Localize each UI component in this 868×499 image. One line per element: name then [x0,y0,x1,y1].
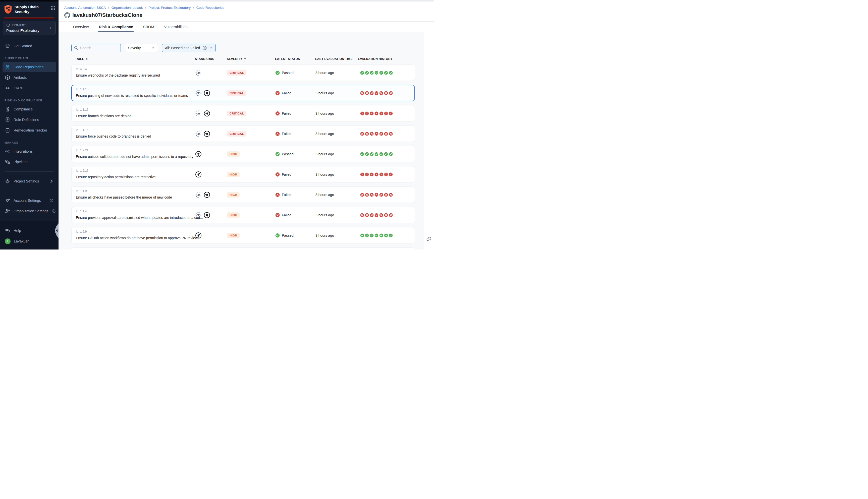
column-header-rule[interactable]: RULE [71,57,195,61]
sidebar-item-organization-settings[interactable]: Organization Settings [2,206,56,216]
history-fail-icon [370,132,374,136]
severity-badge: HIGH [227,212,240,218]
standards-cell [195,151,227,157]
standards-cell: CIS [195,192,227,198]
cis-badge-icon: CIS [195,192,202,198]
status-label: Failed [282,213,291,217]
rule-id: Id: 1.1.9 [76,189,193,193]
pipeline-icon [5,159,10,165]
sidebar-bottom-panel: ? Help L Lavakush [0,221,59,250]
project-selector[interactable]: PROJECT Product Exploratory [3,21,56,35]
table-row[interactable]: Id: 1.2.21Ensure outside collaborators d… [71,146,415,162]
history-fail-icon [379,213,383,217]
table-row[interactable]: Id: 1.2.17Ensure repository action permi… [71,166,415,182]
tab-overview[interactable]: Overview [73,22,89,32]
standards-cell: CIS [195,131,227,137]
sidebar-item-pipelines[interactable]: Pipelines [2,157,56,167]
breadcrumb-link[interactable]: Account: Automation-SSCA [64,6,106,10]
tab-risk-compliance[interactable]: Risk & Compliance [99,22,133,32]
column-label: STANDARDS [195,57,214,61]
column-header-severity[interactable]: SEVERITY [227,57,275,61]
breadcrumb-link[interactable]: Organization: default [111,6,143,10]
svg-text:?: ? [7,229,8,231]
severity-cell: HIGH [227,212,275,218]
severity-badge: HIGH [227,233,240,238]
status-cell: Failed [275,172,315,177]
info-icon[interactable] [49,198,53,203]
severity-badge: CRITICAL [227,70,246,75]
sidebar-nav: Get StartedSUPPLY CHAIN</>Code Repositor… [0,41,59,221]
sidebar-item-remediation-tracker[interactable]: Remediation Tracker [2,125,56,135]
tab-vulnerabilities[interactable]: Vulnerabilities [164,22,188,32]
sidebar: Supply Chain Security PROJECT Product Ex… [0,0,59,250]
status-label: Passed [282,71,293,75]
sidebar-item-ci-cd[interactable]: CI/CD [2,83,56,93]
table-row[interactable]: Id: 1.2.9Ensure GitHub action workflows … [71,227,415,243]
evaluation-history-cell [358,132,415,136]
app-name: Supply Chain Security [14,5,41,14]
sort-icon[interactable] [86,58,88,61]
column-label: LAST EVALUATION TIME [315,57,353,61]
sidebar-item-get-started[interactable]: Get Started [2,41,56,51]
rule-id: Id: 1.2.17 [76,169,193,172]
history-fail-icon [365,111,369,115]
table-row[interactable]: Id: 1.1.16Ensure force pushes code to br… [71,125,415,142]
clear-filter-icon[interactable] [203,46,207,50]
table-row[interactable]: Id: 1.1.9Ensure all checks have passed b… [71,186,415,203]
table-row[interactable]: Id: 1.1.17Ensure branch deletions are de… [71,105,415,121]
sidebar-item-label: Get Started [14,44,32,48]
last-evaluation-time: 3 hours ago [315,172,358,177]
rule-cell: Id: 1.1.17Ensure branch deletions are de… [72,106,195,118]
support-chat-icon[interactable] [426,236,432,243]
breadcrumb-link[interactable]: Project: Product Exploratory [148,6,191,10]
project-label: PROJECT [12,24,26,27]
info-icon[interactable] [52,209,56,213]
cis-badge-icon: CIS [195,131,202,137]
status-filter-dropdown[interactable]: All: Passed and Failed [162,44,216,52]
page-header: Account: Automation-SSCA›Organization: d… [59,1,434,22]
table-row[interactable]: Id: 1.1.4Ensure previous approvals are d… [71,207,415,223]
status-cell: Passed [275,71,315,75]
sidebar-item-account-settings[interactable]: Account Settings [2,195,56,206]
sidebar-item-label: Remediation Tracker [14,128,47,132]
column-header-latest-status: LATEST STATUS [275,57,315,61]
sidebar-divider [4,171,54,172]
severity-badge: CRITICAL [227,131,246,136]
infinity-icon [5,85,10,91]
sidebar-item-help[interactable]: ? Help [2,226,56,236]
search-input[interactable] [71,44,121,52]
table-row[interactable]: Id: 4.3.4Ensure webhooks of the package … [71,64,415,81]
severity-filter-dropdown[interactable]: Severity [125,44,158,52]
sidebar-item-artifacts[interactable]: Artifacts [2,72,56,83]
severity-cell: HIGH [227,151,275,157]
sidebar-item-integrations[interactable]: Integrations [2,146,56,157]
status-label: Passed [282,152,293,156]
table-body: Id: 4.3.4Ensure webhooks of the package … [71,64,424,250]
table-row[interactable]: Id: 1.1.15Ensure pushing of new code is … [71,85,415,101]
sidebar-item-project-settings[interactable]: Project Settings [2,176,56,186]
cis-badge-icon: CIS [195,110,202,117]
sidebar-item-user[interactable]: L Lavakush [2,236,56,246]
sidebar-item-code-repositories[interactable]: </>Code Repositories [2,62,56,72]
sidebar-item-label: Code Repositories [14,65,44,69]
sidebar-item-label: Help [14,229,21,233]
failed-icon [275,111,280,116]
table-header: RULESTANDARDSSEVERITYLATEST STATUSLAST E… [71,57,415,61]
column-label: RULE [76,57,84,61]
app-switcher-grid-icon[interactable] [51,6,55,11]
status-filter-label: All: Passed and Failed [165,46,200,50]
owasp-badge-icon [204,192,210,198]
svg-text:CIS: CIS [196,194,201,196]
sidebar-item-compliance[interactable]: Compliance [2,104,56,114]
status-cell: Failed [275,213,315,217]
breadcrumb-link[interactable]: Code Repositories [196,6,224,10]
history-fail-icon [384,111,388,115]
sidebar-section-label: MANAGE [0,135,59,146]
status-label: Failed [282,91,291,95]
sidebar-item-rule-definitions[interactable]: Rule Definitions [2,114,56,125]
cube-icon [5,75,10,80]
tab-sbom[interactable]: SBOM [143,22,154,32]
last-evaluation-time: 3 hours ago [315,213,358,217]
sort-icon[interactable] [244,58,246,60]
table-row[interactable]: Id: 1.1.5CISHIGHFailed3 hours ago [71,247,415,250]
